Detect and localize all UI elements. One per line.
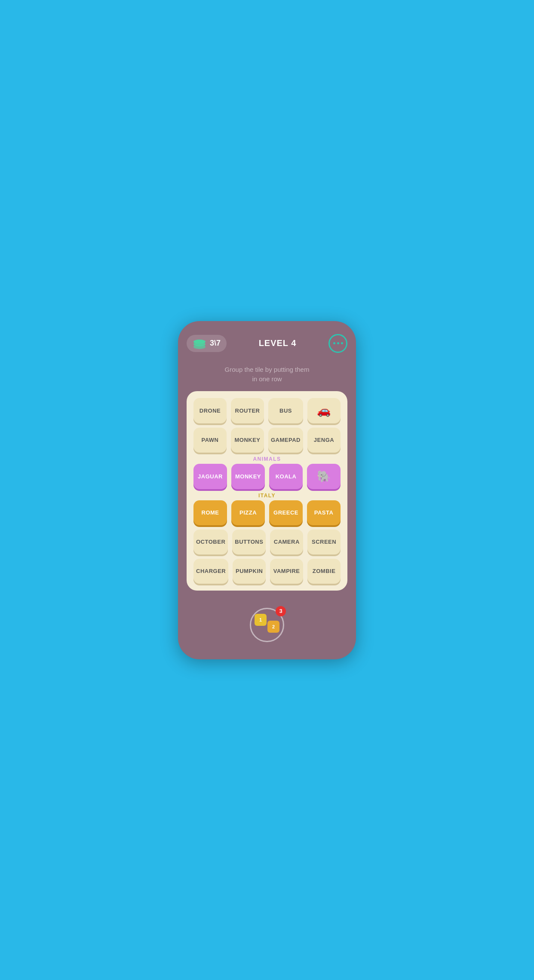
tile-car[interactable]: 🚗 bbox=[307, 398, 341, 423]
tile-elephant[interactable]: 🐘 bbox=[307, 464, 341, 489]
menu-button[interactable] bbox=[328, 334, 347, 353]
game-board: DRONE ROUTER BUS 🚗 PAWN MONKEY GAMEPAD bbox=[187, 391, 347, 591]
tile-monkey[interactable]: MONKEY bbox=[231, 464, 265, 489]
layers-icon bbox=[193, 337, 206, 349]
hint-badge: 3 bbox=[276, 606, 286, 616]
tile-jenga[interactable]: JENGA bbox=[307, 428, 341, 453]
tile-monkey2[interactable]: MONKEY bbox=[231, 428, 264, 453]
bottom-hint-area: 1 2 3 bbox=[187, 599, 347, 651]
tile-charger[interactable]: CHARGER bbox=[193, 559, 228, 584]
tile-camera[interactable]: CAMERA bbox=[270, 530, 303, 554]
tile-buttons[interactable]: BUTTONS bbox=[232, 530, 266, 554]
tile-screen[interactable]: SCREEN bbox=[307, 530, 341, 554]
tile-drone[interactable]: DRONE bbox=[193, 398, 227, 423]
top-tile-grid: DRONE ROUTER BUS 🚗 PAWN MONKEY GAMEPAD bbox=[193, 398, 341, 453]
tile-greece[interactable]: GREECE bbox=[269, 500, 303, 525]
tile-pasta[interactable]: PASTA bbox=[307, 500, 341, 525]
animals-tiles: JAGUAR MONKEY KOALA 🐘 bbox=[193, 464, 341, 489]
level-title: LEVEL 4 bbox=[259, 338, 297, 348]
score-badge: 3\7 bbox=[187, 335, 227, 352]
hint-tile-2: 2 bbox=[267, 621, 279, 633]
animals-label: ANIMALS bbox=[193, 456, 341, 462]
tile-rome[interactable]: ROME bbox=[193, 500, 227, 525]
bottom-row1: OCTOBER BUTTONS CAMERA SCREEN bbox=[193, 530, 341, 554]
tile-pizza[interactable]: PIZZA bbox=[231, 500, 265, 525]
animals-group: ANIMALS JAGUAR MONKEY KOALA 🐘 bbox=[193, 456, 341, 489]
tile-jaguar[interactable]: JAGUAR bbox=[193, 464, 227, 489]
italy-tiles: ROME PIZZA GREECE PASTA bbox=[193, 500, 341, 525]
instruction-text: Group the tile by putting themin one row bbox=[187, 365, 347, 384]
score-display: 3\7 bbox=[210, 339, 221, 348]
menu-dots-icon bbox=[333, 342, 343, 344]
bottom-row2: CHARGER PUMPKIN VAMPIRE ZOMBIE bbox=[193, 559, 341, 584]
svg-point-2 bbox=[193, 340, 206, 344]
tile-bus[interactable]: BUS bbox=[268, 398, 303, 423]
car-icon: 🚗 bbox=[317, 404, 331, 417]
hint-tile-1: 1 bbox=[255, 614, 267, 626]
phone-frame: 3\7 LEVEL 4 Group the tile by putting th… bbox=[178, 321, 356, 659]
header: 3\7 LEVEL 4 bbox=[187, 330, 347, 357]
tile-zombie[interactable]: ZOMBIE bbox=[307, 559, 341, 584]
tile-pawn[interactable]: PAWN bbox=[193, 428, 227, 453]
tile-gamepad[interactable]: GAMEPAD bbox=[268, 428, 303, 453]
hint-tiles: 1 2 bbox=[255, 617, 279, 633]
tile-pumpkin[interactable]: PUMPKIN bbox=[233, 559, 266, 584]
elephant-icon: 🐘 bbox=[317, 470, 331, 483]
tile-october[interactable]: OCTOBER bbox=[193, 530, 228, 554]
tile-router[interactable]: ROUTER bbox=[231, 398, 264, 423]
italy-group: ITALY ROME PIZZA GREECE PASTA bbox=[193, 493, 341, 525]
hint-button[interactable]: 1 2 3 bbox=[250, 608, 284, 642]
tile-koala[interactable]: KOALA bbox=[269, 464, 303, 489]
italy-label: ITALY bbox=[193, 493, 341, 499]
tile-vampire[interactable]: VAMPIRE bbox=[270, 559, 303, 584]
